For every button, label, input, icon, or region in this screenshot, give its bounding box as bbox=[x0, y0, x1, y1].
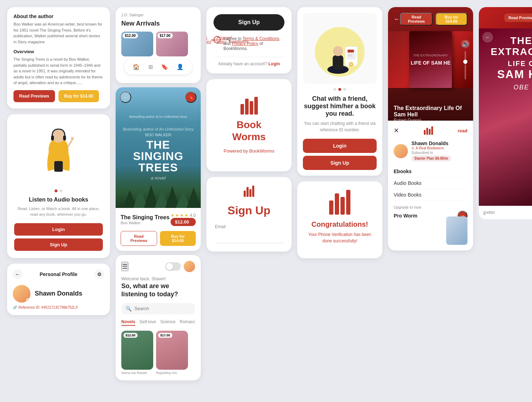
star-2: ★ bbox=[175, 213, 179, 218]
hamburger-menu[interactable]: ☰ bbox=[121, 262, 128, 271]
signup-form-title: Sign Up bbox=[215, 204, 283, 217]
cover-title-main: THESINGINGTREES bbox=[123, 139, 194, 173]
bookmark-nav-icon[interactable]: 🔖 bbox=[161, 64, 168, 70]
pro-label: Pro Worm bbox=[394, 213, 417, 219]
profile-back-button[interactable]: ← bbox=[13, 269, 23, 279]
listening-question: So, what are we listening to today? bbox=[121, 282, 195, 299]
ref-id-text: Reference ID: #4521713C799b752LX bbox=[18, 305, 78, 309]
ref-id-row: 🔗 Reference ID: #4521713C799b752LX bbox=[13, 305, 104, 309]
signup-main-button[interactable]: Sign Up bbox=[214, 14, 284, 31]
chat-login-button[interactable]: Login bbox=[303, 139, 377, 153]
volume-icon[interactable]: 🔊 bbox=[461, 40, 470, 48]
player-top: ← Read Previews Buy tor 514.00 THE EXTRA… bbox=[388, 7, 473, 121]
new-arrivals-title: New Arrivals bbox=[121, 20, 195, 27]
svg-rect-4 bbox=[63, 136, 66, 141]
terms-check[interactable]: I agree to Terms & Conditions and Privac… bbox=[214, 36, 221, 43]
profile-settings-button[interactable]: ⚙ bbox=[94, 269, 104, 279]
volume-controls: 🔊 bbox=[461, 31, 470, 88]
bookworm-badge: ⊙ A Real Bookworm bbox=[411, 146, 451, 150]
home-books-grid: $12.00 Weina Dai Randel $17.00 Regrettin… bbox=[121, 331, 195, 375]
star-4: ★ bbox=[184, 213, 188, 218]
book-bookmark-button[interactable]: 🔖 bbox=[185, 92, 196, 103]
fbar-3 bbox=[249, 189, 251, 197]
upgrade-label: Upgrade to now bbox=[394, 205, 421, 209]
login-link[interactable]: Login bbox=[268, 61, 280, 66]
terms-text-2: and bbox=[223, 41, 231, 46]
divider bbox=[214, 57, 284, 57]
menu-items: Ebooks Audio Books Video Books bbox=[394, 166, 467, 201]
cat-science[interactable]: Science bbox=[160, 319, 176, 326]
book-price-1: $12.00 bbox=[123, 33, 138, 38]
powered-by: Powered by BookWorms bbox=[224, 148, 275, 154]
home-nav-icon[interactable]: 🏠 bbox=[133, 64, 140, 70]
cbar-1 bbox=[329, 200, 333, 215]
read-previews-book-button[interactable]: Read Previews bbox=[121, 231, 157, 246]
book-info-row: The Singing Trees Boo Walker ★ ★ ★ ★ 4.0… bbox=[121, 213, 196, 226]
buy-book-button[interactable]: Buy for $14.00 bbox=[160, 231, 196, 246]
cat-selflove[interactable]: Self-love bbox=[139, 319, 156, 326]
cat-novels[interactable]: Novels bbox=[121, 319, 135, 326]
search-bar: 🔍 bbox=[121, 303, 195, 314]
logo-icon bbox=[240, 97, 258, 115]
pbar-3 bbox=[429, 129, 431, 135]
read-previews-button[interactable]: Read Previews bbox=[13, 90, 55, 102]
email-input[interactable] bbox=[215, 231, 283, 243]
cat-romance[interactable]: Romance bbox=[180, 319, 195, 326]
volume-slider[interactable] bbox=[465, 51, 466, 79]
player-card: ← Read Previews Buy tor 514.00 THE EXTRA… bbox=[388, 7, 473, 250]
terms-conditions-link[interactable]: Terms & Conditions bbox=[206, 36, 211, 44]
menu-audiobooks[interactable]: Audio Books bbox=[394, 177, 467, 189]
svg-marker-12 bbox=[187, 187, 201, 208]
read-previews-top-button[interactable]: Read Previews bbox=[504, 13, 532, 22]
book-cover-author-line: Bestselling author of An Unfinished Stor… bbox=[129, 115, 187, 119]
menu-videobooks[interactable]: Video Books bbox=[394, 189, 467, 201]
buy-player-button[interactable]: Buy tor 514.00 bbox=[436, 13, 467, 26]
search-input[interactable] bbox=[134, 306, 194, 311]
fbar-1 bbox=[244, 191, 246, 197]
stars-row: ★ ★ ★ ★ 4.0 bbox=[171, 213, 196, 218]
panel-user-info: Shawn Donalds ⊙ A Real Bookworm Subscrib… bbox=[411, 141, 451, 161]
player-top-buttons: ← Read Previews Buy tor 514.00 bbox=[388, 7, 473, 31]
home-book-author-2: Regretting You bbox=[156, 371, 188, 375]
audio-signup-button[interactable]: Sign Up bbox=[14, 238, 103, 251]
logo-bar-1 bbox=[240, 104, 244, 115]
terms-conditions-link[interactable]: Terms & Conditions bbox=[243, 36, 279, 41]
dark-mode-toggle[interactable] bbox=[165, 262, 181, 271]
player-back-button[interactable]: ← bbox=[394, 16, 400, 23]
chat-title: Chat with a friend, suggest him/her a bo… bbox=[303, 95, 377, 117]
buy-button[interactable]: Buy for $14.00 bbox=[59, 90, 99, 102]
right-book-title: THEEXTRAORDLIFE OSAM HE OBE bbox=[491, 35, 532, 92]
close-panel-button[interactable]: ✕ bbox=[394, 127, 399, 134]
column-1: About the author Boo Walker was an Ameri… bbox=[7, 7, 110, 380]
chat-signup-button[interactable]: Sign Up bbox=[303, 156, 377, 170]
logo-bar-3 bbox=[250, 101, 253, 115]
user-nav-icon[interactable]: 👤 bbox=[177, 64, 184, 70]
dot-1 bbox=[55, 189, 57, 192]
right-book-back-button[interactable]: ← bbox=[482, 32, 493, 43]
logo-line1: Book bbox=[237, 119, 261, 130]
new-arrivals-card: J.D. Salinger New Arrivals $12.00 $17.00… bbox=[116, 7, 201, 83]
star-1: ★ bbox=[171, 213, 174, 218]
cdot-2 bbox=[338, 88, 341, 91]
right-book-card: ← THEEXTRAORDLIFE OSAM HE OBE bbox=[479, 28, 532, 206]
read-previews-player-button[interactable]: Read Previews bbox=[400, 13, 433, 26]
chat-dots bbox=[303, 88, 377, 91]
home-top-bar: ☰ bbox=[121, 261, 195, 272]
profile-info: Shawn Donalds bbox=[13, 285, 104, 303]
grid-nav-icon[interactable]: ⊞ bbox=[148, 64, 153, 70]
about-heading: About the author bbox=[13, 13, 104, 19]
menu-ebooks[interactable]: Ebooks bbox=[394, 166, 467, 177]
avatar-online-dot bbox=[26, 298, 30, 302]
read-panel-button[interactable]: read bbox=[458, 128, 467, 133]
audio-login-button[interactable]: Login bbox=[14, 223, 103, 236]
rating-price: ★ ★ ★ ★ 4.0 $12.00 bbox=[171, 213, 196, 226]
privacy-policy-link[interactable]: Privacy Policy bbox=[232, 41, 258, 46]
book-back-button[interactable]: ← bbox=[120, 92, 131, 103]
svg-rect-2 bbox=[54, 161, 63, 172]
home-book-price-2: $17.00 bbox=[158, 333, 172, 338]
player-book-author: Robert Dugoni bbox=[394, 118, 467, 121]
book-price-2: $17.00 bbox=[157, 33, 173, 38]
profile-avatar bbox=[13, 285, 31, 303]
cbar-2 bbox=[335, 193, 339, 215]
panel-header: ✕ read bbox=[394, 126, 467, 135]
